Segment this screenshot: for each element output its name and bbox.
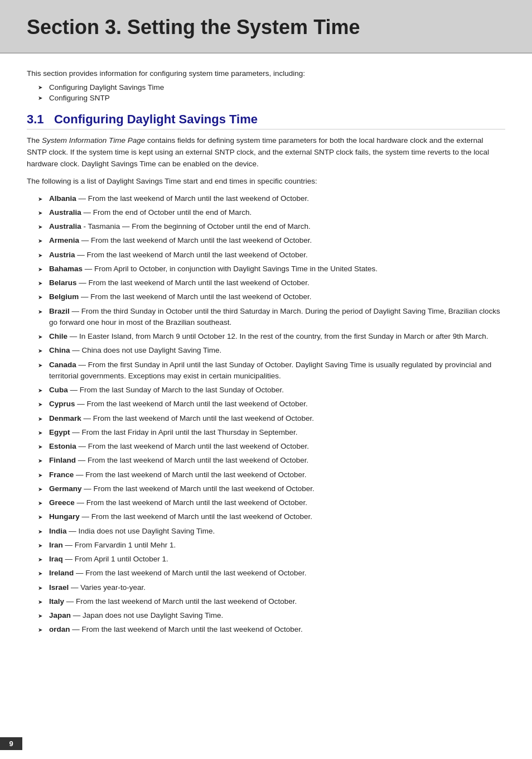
italic-page-name: System Information Time Page (42, 136, 145, 145)
list-item: Greece — From the last weekend of March … (38, 497, 505, 508)
list-item: Japan — Japan does not use Daylight Savi… (38, 610, 505, 621)
intro-bullet-sntp: Configuring SNTP (38, 94, 505, 102)
intro-paragraph: This section provides information for co… (27, 69, 505, 78)
page-number: 9 (0, 737, 22, 750)
country-name: Italy (49, 597, 64, 606)
list-item: ordan — From the last weekend of March u… (38, 624, 505, 635)
list-item: Germany — From the last weekend of March… (38, 483, 505, 494)
subsection-number: 3.1 (27, 112, 44, 126)
list-item: Egypt — From the last Friday in April un… (38, 427, 505, 438)
list-item: Chile — In Easter Island, from March 9 u… (38, 331, 505, 342)
list-item: China — China does not use Daylight Savi… (38, 345, 505, 356)
list-item: Cyprus — From the last weekend of March … (38, 398, 505, 410)
list-item: Albania — From the last weekend of March… (38, 193, 505, 204)
subsection-title-text: Configuring Daylight Savings Time (54, 112, 258, 126)
country-name: Albania (49, 194, 76, 203)
country-name: France (49, 470, 74, 479)
list-item: Australia — From the end of October unti… (38, 207, 505, 218)
country-name: Belgium (49, 292, 79, 301)
section-title: Section 3. Setting the System Time (27, 16, 505, 39)
country-name: ordan (49, 625, 70, 633)
list-item: Belarus — From the last weekend of March… (38, 277, 505, 289)
list-item: Italy — From the last weekend of March u… (38, 596, 505, 607)
country-name: Iran (49, 541, 63, 549)
country-name: India (49, 527, 67, 535)
list-item: India — India does not use Daylight Savi… (38, 526, 505, 537)
list-item: Australia - Tasmania — From the beginnin… (38, 221, 505, 232)
intro-bullet-dst: Configuring Daylight Savings Time (38, 83, 505, 92)
body-para-1: The System Information Time Page contain… (27, 135, 505, 170)
list-item: Ireland — From the last weekend of March… (38, 568, 505, 579)
country-name: Cyprus (49, 400, 75, 408)
list-item: Israel — Varies year-to-year. (38, 582, 505, 593)
country-name: Ireland (49, 569, 74, 577)
country-name: Iraq (49, 555, 63, 563)
content-area: This section provides information for co… (0, 54, 532, 759)
list-item: Denmark — From the last weekend of March… (38, 413, 505, 424)
country-name: Israel (49, 583, 69, 592)
list-item: Hungary — From the last weekend of March… (38, 511, 505, 522)
country-name: Armenia (49, 236, 79, 244)
country-list: Albania — From the last weekend of March… (38, 193, 505, 636)
country-name: Australia (49, 208, 81, 217)
country-name: Chile (49, 332, 67, 340)
list-item: Iran — From Farvardin 1 until Mehr 1. (38, 540, 505, 551)
country-name: Denmark (49, 414, 81, 422)
list-item: Cuba — From the last Sunday of March to … (38, 385, 505, 396)
country-name: Belarus (49, 278, 77, 287)
subsection-3-1-heading: 3.1 Configuring Daylight Savings Time (27, 112, 505, 129)
country-name: Canada (49, 361, 76, 369)
section-header: Section 3. Setting the System Time (0, 0, 532, 54)
list-item: Austria — From the last weekend of March… (38, 249, 505, 261)
country-name: Germany (49, 484, 82, 493)
list-item: Armenia — From the last weekend of March… (38, 235, 505, 246)
country-name: Greece (49, 498, 75, 507)
list-item: Iraq — From April 1 until October 1. (38, 554, 505, 565)
list-item: Belgium — From the last weekend of March… (38, 291, 505, 302)
country-name: Australia (49, 222, 81, 230)
country-name: Austria (49, 251, 75, 259)
intro-bullet-list: Configuring Daylight Savings Time Config… (38, 83, 505, 102)
list-item: France — From the last weekend of March … (38, 469, 505, 481)
list-item: Bahamas — From April to October, in conj… (38, 263, 505, 275)
country-name: Brazil (49, 307, 70, 315)
country-name: Estonia (49, 442, 76, 450)
list-item: Canada — From the first Sunday in April … (38, 359, 505, 382)
country-name: Japan (49, 611, 71, 619)
country-name: Cuba (49, 386, 68, 394)
list-item: Estonia — From the last weekend of March… (38, 441, 505, 452)
country-name: Bahamas (49, 265, 83, 273)
country-name: Hungary (49, 512, 80, 521)
country-name: Egypt (49, 428, 70, 436)
list-item: Finland — From the last weekend of March… (38, 455, 505, 466)
country-name: China (49, 346, 70, 354)
body-para-2: The following is a list of Daylight Savi… (27, 176, 505, 188)
list-item: Brazil — From the third Sunday in Octobe… (38, 306, 505, 329)
country-name: Finland (49, 456, 76, 464)
